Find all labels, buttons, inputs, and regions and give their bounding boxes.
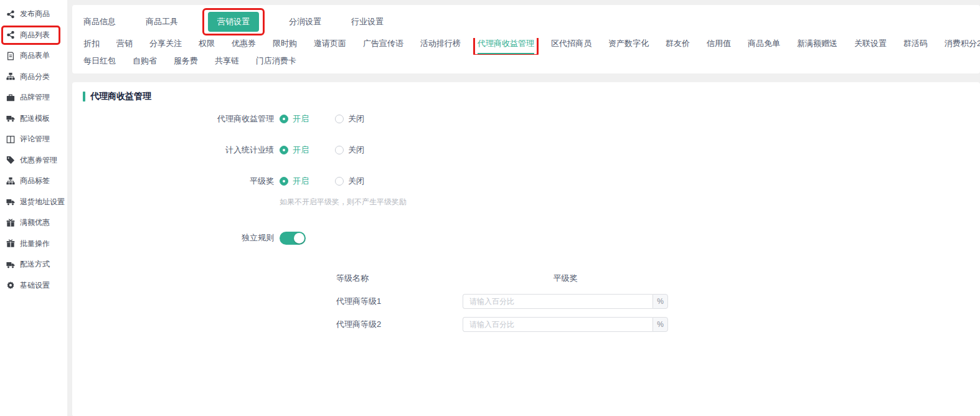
sidebar-item-product-category[interactable]: 商品分类 [0, 67, 67, 88]
sidebar-item-coupon-manage[interactable]: 优惠券管理 [0, 150, 67, 171]
subtab-area-agent-recruit[interactable]: 区代招商员 [551, 38, 591, 53]
radio-icon [280, 146, 288, 154]
percent-input[interactable] [463, 294, 653, 309]
tab-product-tools[interactable]: 商品工具 [146, 12, 178, 32]
percent-field: % [463, 294, 668, 309]
main-area: 商品信息商品工具营销设置分润设置行业设置 折扣营销分享关注权限优惠券限时购邀请页… [72, 5, 980, 416]
subtab-discount[interactable]: 折扣 [83, 38, 100, 53]
percent-field: % [463, 317, 668, 332]
column-header-level-name: 等级名称 [336, 273, 463, 284]
content-card: 代理商收益管理 代理商收益管理开启关闭计入统计业绩开启关闭平级奖开启关闭如果不开… [72, 82, 980, 416]
sidebar-item-label: 商品表单 [20, 50, 50, 61]
tabs-card: 商品信息商品工具营销设置分润设置行业设置 折扣营销分享关注权限优惠券限时购邀请页… [72, 5, 980, 73]
section-title-text: 代理商收益管理 [90, 91, 151, 102]
briefcase-icon [6, 93, 15, 102]
share-icon [6, 10, 15, 19]
sidebar-item-publish-product[interactable]: 发布商品 [0, 4, 67, 25]
subtab-agent-income-manage[interactable]: 代理商收益管理 [478, 38, 534, 55]
subtab-group-friend-price[interactable]: 群友价 [666, 38, 690, 53]
form-hint: 如果不开启平级奖，则不产生平级奖励 [280, 197, 980, 207]
subtab-ad-slogan[interactable]: 广告宣传语 [363, 38, 403, 53]
independent-rule-toggle[interactable] [280, 232, 306, 245]
level-name: 代理商等级2 [336, 319, 463, 330]
section-title: 代理商收益管理 [83, 91, 980, 102]
gift-icon [6, 219, 15, 227]
radio-icon [280, 177, 288, 186]
radio-same-level-award-on[interactable]: 开启 [280, 176, 309, 187]
sidebar-item-product-list[interactable]: 商品列表 [0, 25, 67, 46]
tab-industry-settings[interactable]: 行业设置 [351, 12, 384, 32]
subtab-credit-value[interactable]: 信用值 [707, 38, 731, 53]
sidebar-item-product-tag[interactable]: 商品标签 [0, 171, 67, 192]
subtab-coupon[interactable]: 优惠券 [232, 38, 256, 53]
subtab-share-chain[interactable]: 共享链 [215, 55, 239, 70]
radio-count-statistics-on[interactable]: 开启 [280, 144, 309, 156]
radio-count-statistics-off[interactable]: 关闭 [335, 144, 364, 156]
tab-product-info[interactable]: 商品信息 [83, 12, 116, 32]
radio-rows: 代理商收益管理开启关闭计入统计业绩开启关闭平级奖开启关闭如果不开启平级奖，则不产… [72, 112, 980, 207]
sidebar-item-delivery-template[interactable]: 配送模板 [0, 108, 67, 130]
sitemap-icon [6, 72, 15, 81]
sidebar-item-batch-operation[interactable]: 批量操作 [0, 234, 67, 255]
subtab-share-follow[interactable]: 分享关注 [149, 38, 182, 53]
radio-icon [335, 146, 344, 154]
subtab-asset-digitize[interactable]: 资产数字化 [608, 38, 649, 53]
level-table: 等级名称 平级奖 代理商等级1%代理商等级2% [336, 273, 980, 332]
subtab-daily-red-packet[interactable]: 每日红包 [83, 55, 116, 70]
tab-marketing-settings[interactable]: 营销设置 [208, 12, 259, 32]
form-row-count-statistics: 计入统计业绩开启关闭 [72, 143, 980, 157]
sidebar-item-delivery-method[interactable]: 配送方式 [0, 254, 67, 275]
sidebar-item-label: 配送模板 [20, 113, 50, 124]
sidebar-item-label: 商品标签 [20, 176, 50, 186]
tab-profit-settings[interactable]: 分润设置 [289, 12, 321, 32]
radio-agent-income-manage-on[interactable]: 开启 [280, 113, 309, 125]
sidebar-item-brand-manage[interactable]: 品牌管理 [0, 87, 67, 108]
level-table-header: 等级名称 平级奖 [336, 273, 980, 284]
form-row-independent-rule: 独立规则 [72, 231, 980, 245]
subtab-group-live-code[interactable]: 群活码 [903, 38, 928, 53]
column-header-same-level-award: 平级奖 [463, 273, 668, 284]
sidebar-item-return-address[interactable]: 退货地址设置 [0, 192, 67, 213]
percent-suffix: % [653, 294, 668, 309]
subtab-product-free[interactable]: 商品免单 [748, 38, 780, 53]
radio-icon [335, 115, 344, 123]
subtab-self-purchase-save[interactable]: 自购省 [133, 55, 157, 70]
sidebar-item-label: 发布商品 [20, 9, 50, 19]
sidebar-item-label: 品牌管理 [20, 92, 50, 103]
sidebar-item-basic-settings[interactable]: 基础设置 [0, 275, 67, 296]
table-row: 代理商等级1% [336, 294, 980, 309]
primary-tabs: 商品信息商品工具营销设置分润设置行业设置 [83, 11, 980, 32]
radio-agent-income-manage-off[interactable]: 关闭 [335, 113, 364, 125]
subtab-service-fee[interactable]: 服务费 [174, 55, 198, 70]
radio-label: 开启 [293, 176, 309, 187]
radio-icon [335, 177, 344, 186]
sidebar-item-full-discount[interactable]: 满额优惠 [0, 212, 67, 234]
level-name: 代理商等级1 [336, 296, 463, 307]
subtab-invite-page[interactable]: 邀请页面 [314, 38, 346, 53]
subtab-permission[interactable]: 权限 [199, 38, 215, 53]
radio-same-level-award-off[interactable]: 关闭 [335, 176, 364, 187]
sidebar-item-label: 优惠券管理 [20, 155, 57, 166]
subtab-consume-points2[interactable]: 消费积分2 [945, 38, 980, 53]
radio-label: 开启 [293, 144, 309, 156]
sidebar-item-comment-manage[interactable]: 评论管理 [0, 129, 67, 150]
subtab-activity-ranking[interactable]: 活动排行榜 [420, 38, 461, 53]
subtab-store-consume-card[interactable]: 门店消费卡 [256, 55, 296, 70]
percent-input[interactable] [463, 317, 653, 332]
sidebar-item-product-form[interactable]: 商品表单 [0, 45, 67, 67]
radio-label: 开启 [293, 113, 309, 125]
sidebar-item-label: 商品列表 [20, 30, 50, 40]
subtab-relation-settings[interactable]: 关联设置 [854, 38, 887, 53]
sidebar: 发布商品商品列表商品表单商品分类品牌管理配送模板评论管理优惠券管理商品标签退货地… [0, 0, 67, 416]
gear-icon [6, 281, 15, 290]
subtab-marketing[interactable]: 营销 [116, 38, 133, 53]
form-row-same-level-award: 平级奖开启关闭 [72, 174, 980, 188]
sidebar-item-label: 批量操作 [20, 239, 50, 249]
sidebar-item-label: 评论管理 [20, 134, 50, 144]
form-row-agent-income-manage: 代理商收益管理开启关闭 [72, 112, 980, 126]
form-label: 独立规则 [72, 232, 274, 243]
form-label: 代理商收益管理 [72, 113, 274, 125]
subtab-flash-sale[interactable]: 限时购 [273, 38, 297, 53]
subtab-new-full-gift[interactable]: 新满额赠送 [797, 38, 837, 53]
sub-tabs-row1: 折扣营销分享关注权限优惠券限时购邀请页面广告宣传语活动排行榜代理商收益管理区代招… [83, 38, 980, 55]
